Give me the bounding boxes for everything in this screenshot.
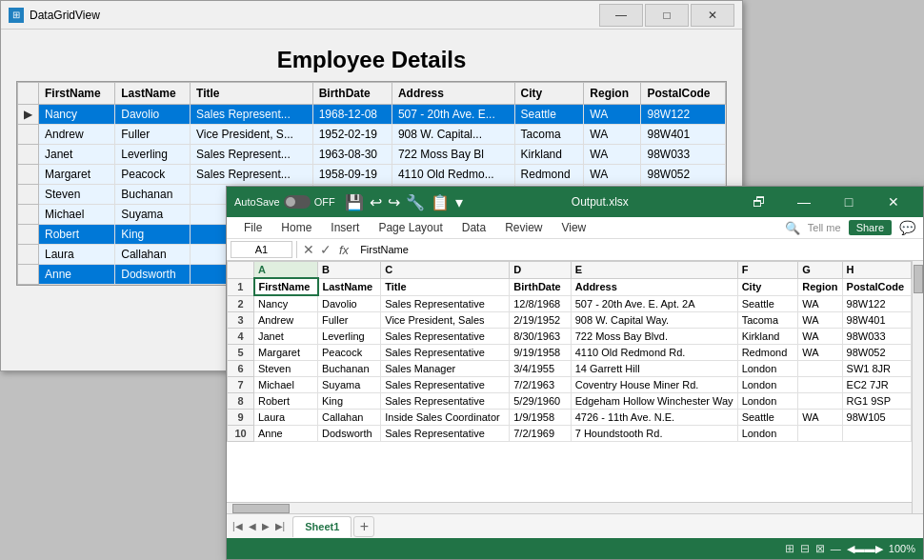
excel-cell-region-row8[interactable] bbox=[798, 393, 842, 410]
excel-cell-postalcode-row8[interactable]: RG1 9SP bbox=[842, 393, 911, 410]
sheet-add-button[interactable]: + bbox=[353, 516, 374, 537]
excel-header-cell-title[interactable]: Title bbox=[381, 278, 510, 295]
excel-cell-city-row10[interactable]: London bbox=[737, 426, 798, 442]
excel-cell-region-row6[interactable] bbox=[798, 361, 842, 377]
excel-cell-lastname-row4[interactable]: Leverling bbox=[318, 329, 381, 345]
excel-restore-button[interactable]: 🗗 bbox=[737, 187, 781, 217]
excel-col-f-header[interactable]: F bbox=[737, 262, 798, 279]
excel-cell-postalcode-row2[interactable]: 98W122 bbox=[842, 295, 911, 312]
excel-vertical-scrollbar[interactable] bbox=[912, 261, 923, 513]
menu-insert[interactable]: Insert bbox=[321, 217, 369, 238]
excel-cell-lastname-row9[interactable]: Callahan bbox=[318, 410, 381, 426]
menu-view[interactable]: View bbox=[552, 217, 595, 238]
excel-col-e-header[interactable]: E bbox=[571, 262, 737, 279]
excel-cell-firstname-row3[interactable]: Andrew bbox=[254, 312, 318, 329]
excel-cell-title-row4[interactable]: Sales Representative bbox=[381, 329, 510, 345]
excel-cell-lastname-row7[interactable]: Suyama bbox=[318, 377, 381, 393]
form-icon[interactable]: 📋 bbox=[431, 193, 450, 211]
excel-cell-city-row9[interactable]: Seattle bbox=[737, 410, 798, 426]
save-icon[interactable]: 💾 bbox=[345, 193, 364, 211]
sheet-tab-sheet1[interactable]: Sheet1 bbox=[292, 516, 352, 537]
excel-hscroll-thumb[interactable] bbox=[232, 504, 290, 513]
excel-cell-address-row3[interactable]: 908 W. Capital Way. bbox=[571, 312, 737, 329]
excel-cell-address-row10[interactable]: 7 Houndstooth Rd. bbox=[571, 426, 737, 442]
excel-header-cell-birthdate[interactable]: BirthDate bbox=[510, 278, 572, 295]
sheet-nav-last[interactable]: ▶| bbox=[273, 521, 288, 531]
excel-horizontal-scrollbar[interactable] bbox=[227, 502, 912, 513]
sheet-nav-next[interactable]: ▶ bbox=[260, 521, 271, 531]
customize-icon[interactable]: 🔧 bbox=[406, 193, 425, 211]
excel-cell-firstname-row9[interactable]: Laura bbox=[254, 410, 318, 426]
dropdown-arrow-icon[interactable]: ▾ bbox=[455, 193, 463, 211]
excel-cell-title-row8[interactable]: Sales Representative bbox=[381, 393, 510, 410]
zoom-slider[interactable]: ◀▬▬▶ bbox=[847, 543, 883, 555]
excel-cell-title-row5[interactable]: Sales Representative bbox=[381, 345, 510, 361]
normal-view-button[interactable]: ⊞ bbox=[785, 542, 794, 555]
excel-cell-firstname-row4[interactable]: Janet bbox=[254, 329, 318, 345]
excel-cell-lastname-row2[interactable]: Davolio bbox=[318, 295, 381, 312]
datagrid-row[interactable]: JanetLeverlingSales Represent...1963-08-… bbox=[18, 145, 726, 165]
excel-cell-lastname-row8[interactable]: King bbox=[318, 393, 381, 410]
excel-vscroll-thumb[interactable] bbox=[914, 265, 923, 293]
excel-cell-lastname-row6[interactable]: Buchanan bbox=[318, 361, 381, 377]
excel-cell-birthdate-row4[interactable]: 8/30/1963 bbox=[510, 329, 572, 345]
excel-cell-firstname-row2[interactable]: Nancy bbox=[254, 295, 318, 312]
comments-icon[interactable]: 💬 bbox=[899, 220, 915, 235]
excel-cell-postalcode-row5[interactable]: 98W052 bbox=[842, 345, 911, 361]
menu-data[interactable]: Data bbox=[452, 217, 495, 238]
excel-cell-region-row5[interactable]: WA bbox=[798, 345, 842, 361]
excel-cell-postalcode-row7[interactable]: EC2 7JR bbox=[842, 377, 911, 393]
excel-cell-birthdate-row7[interactable]: 7/2/1963 bbox=[510, 377, 572, 393]
excel-cell-lastname-row5[interactable]: Peacock bbox=[318, 345, 381, 361]
maximize-button[interactable]: □ bbox=[645, 4, 689, 27]
excel-cell-postalcode-row3[interactable]: 98W401 bbox=[842, 312, 911, 329]
excel-cell-city-row2[interactable]: Seattle bbox=[737, 295, 798, 312]
excel-cell-city-row6[interactable]: London bbox=[737, 361, 798, 377]
excel-col-h-header[interactable]: H bbox=[842, 262, 911, 279]
excel-cell-postalcode-row9[interactable]: 98W105 bbox=[842, 410, 911, 426]
excel-col-b-header[interactable]: B bbox=[318, 262, 381, 279]
sheet-nav-prev[interactable]: ◀ bbox=[247, 521, 258, 531]
excel-cell-city-row4[interactable]: Kirkland bbox=[737, 329, 798, 345]
excel-header-cell-postalcode[interactable]: PostalCode bbox=[842, 278, 911, 295]
autosave-toggle[interactable] bbox=[284, 195, 311, 209]
page-break-view-button[interactable]: ⊠ bbox=[815, 542, 825, 555]
excel-cell-city-row5[interactable]: Redmond bbox=[737, 345, 798, 361]
menu-review[interactable]: Review bbox=[495, 217, 552, 238]
datagrid-row[interactable]: MargaretPeacockSales Represent...1958-09… bbox=[18, 165, 726, 185]
excel-cell-title-row10[interactable]: Sales Representative bbox=[381, 426, 510, 442]
page-layout-view-button[interactable]: ⊟ bbox=[800, 542, 810, 555]
excel-cell-region-row4[interactable]: WA bbox=[798, 329, 842, 345]
excel-cell-firstname-row7[interactable]: Michael bbox=[254, 377, 318, 393]
excel-cell-region-row3[interactable]: WA bbox=[798, 312, 842, 329]
excel-cell-firstname-row5[interactable]: Margaret bbox=[254, 345, 318, 361]
confirm-formula-button[interactable]: ✓ bbox=[318, 242, 333, 257]
redo-icon[interactable]: ↪ bbox=[388, 193, 400, 211]
excel-cell-birthdate-row2[interactable]: 12/8/1968 bbox=[510, 295, 572, 312]
menu-page-layout[interactable]: Page Layout bbox=[369, 217, 452, 238]
excel-cell-title-row6[interactable]: Sales Manager bbox=[381, 361, 510, 377]
close-button[interactable]: ✕ bbox=[691, 4, 734, 27]
excel-cell-birthdate-row3[interactable]: 2/19/1952 bbox=[510, 312, 572, 329]
excel-minimize-button[interactable]: — bbox=[782, 187, 826, 217]
excel-header-cell-region[interactable]: Region bbox=[798, 278, 842, 295]
excel-cell-postalcode-row10[interactable] bbox=[842, 426, 911, 442]
datagrid-row[interactable]: AndrewFullerVice President, S...1952-02-… bbox=[18, 125, 726, 145]
formula-input[interactable] bbox=[356, 242, 919, 257]
excel-col-c-header[interactable]: C bbox=[381, 262, 510, 279]
cancel-formula-button[interactable]: ✕ bbox=[301, 242, 316, 257]
menu-file[interactable]: File bbox=[234, 217, 271, 238]
excel-cell-birthdate-row10[interactable]: 7/2/1969 bbox=[510, 426, 572, 442]
excel-col-g-header[interactable]: G bbox=[798, 262, 842, 279]
excel-cell-birthdate-row8[interactable]: 5/29/1960 bbox=[510, 393, 572, 410]
excel-cell-address-row8[interactable]: Edgeham Hollow Winchester Way bbox=[571, 393, 737, 410]
excel-cell-title-row3[interactable]: Vice President, Sales bbox=[381, 312, 510, 329]
menu-home[interactable]: Home bbox=[271, 217, 321, 238]
excel-col-d-header[interactable]: D bbox=[510, 262, 572, 279]
cell-reference-input[interactable] bbox=[231, 241, 292, 258]
excel-cell-firstname-row10[interactable]: Anne bbox=[254, 426, 318, 442]
excel-cell-title-row9[interactable]: Inside Sales Coordinator bbox=[381, 410, 510, 426]
excel-cell-city-row7[interactable]: London bbox=[737, 377, 798, 393]
share-button[interactable]: Share bbox=[849, 220, 892, 235]
excel-header-cell-lastname[interactable]: LastName bbox=[318, 278, 381, 295]
